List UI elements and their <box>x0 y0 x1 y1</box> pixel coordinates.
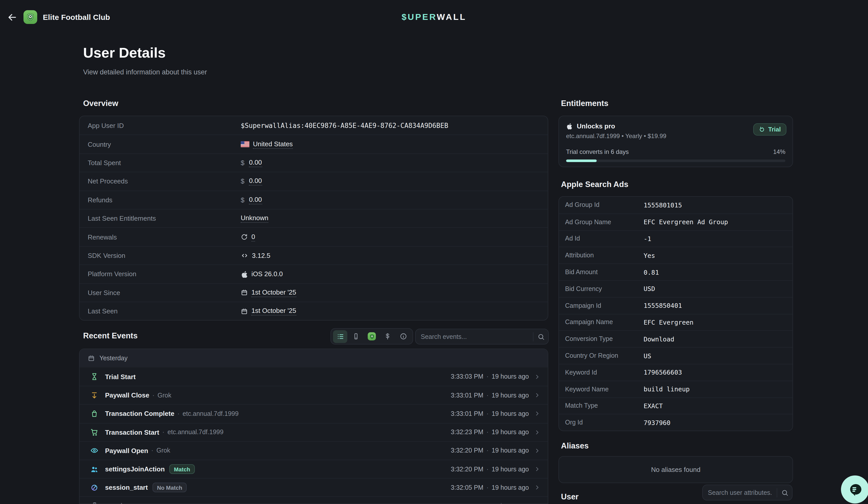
user-attributes-search <box>702 485 793 501</box>
user-since-value[interactable]: 1st October '25 <box>251 288 296 297</box>
bag-icon <box>90 410 99 418</box>
users-icon <box>90 465 99 473</box>
top-bar: Elite Football Club $UPERWALL <box>0 0 868 34</box>
event-row-settings-join-action[interactable]: settingsJoinAction Match 3:32:20 PM·19 h… <box>80 460 548 478</box>
event-row-transaction-complete[interactable]: Transaction Complete etc.annual.7df.1999… <box>80 405 548 423</box>
apple-icon <box>566 123 573 129</box>
sdk-version-value: 3.12.5 <box>252 252 270 259</box>
table-row: Refunds $0.00 <box>80 190 548 209</box>
table-row: Last Seen Entitlements Unknown <box>80 209 548 228</box>
events-search <box>415 329 549 345</box>
page-title: User Details <box>83 45 166 61</box>
entitlements-heading: Entitlements <box>561 99 608 108</box>
event-row-paywall-open[interactable]: Paywall Open Grok 3:32:20 PM·19 hours ag… <box>80 441 548 460</box>
chevron-right-icon <box>534 429 540 435</box>
eye-icon <box>90 447 99 455</box>
info-view-button[interactable] <box>396 330 411 343</box>
events-list: Yesterday Trial Start 3:33:03 PM·19 hour… <box>79 349 548 504</box>
table-row: Country United States <box>80 135 548 154</box>
dollar-icon: $ <box>241 159 244 167</box>
table-row: Bid Amount0.81 <box>559 263 793 280</box>
page: Elite Football Club $UPERWALL User Detai… <box>0 0 868 504</box>
dollar-icon: $ <box>241 178 244 185</box>
calendar-icon <box>88 355 95 362</box>
overview-table: App User ID $SuperwallAlias:40EC9876-A85… <box>79 116 548 321</box>
app-view-button[interactable] <box>365 330 379 343</box>
refresh-icon <box>241 233 248 241</box>
table-row: AttributionYes <box>559 247 793 264</box>
renewals-value[interactable]: 0 <box>251 233 255 241</box>
event-row-trial-start[interactable]: Trial Start 3:33:03 PM·19 hours ago <box>80 367 548 386</box>
overview-heading: Overview <box>83 99 118 108</box>
calendar-icon <box>241 307 248 315</box>
app-user-id-value: $SuperwallAlias:40EC9876-A85E-4AE9-8762-… <box>241 122 539 129</box>
chat-support-button[interactable] <box>841 475 868 504</box>
entitlement-name: Unlocks pro <box>577 122 615 130</box>
last-seen-value[interactable]: 1st October '25 <box>251 307 296 315</box>
table-row: Platform Version iOS 26.0.0 <box>80 264 548 283</box>
cart-icon <box>90 428 99 436</box>
trial-percent: 14% <box>773 148 785 155</box>
aliases-heading: Aliases <box>561 441 589 451</box>
event-row-paywall-close[interactable]: Paywall Close Grok 3:33:01 PM·19 hours a… <box>80 386 548 404</box>
table-row: Campaign NameEFC Evergreen <box>559 314 793 330</box>
device-icon <box>90 502 99 504</box>
calendar-icon <box>241 289 248 296</box>
table-row: Last Seen 1st October '25 <box>80 302 548 320</box>
table-row: Bid CurrencyUSD <box>559 280 793 297</box>
table-row: Org Id7937960 <box>559 414 793 431</box>
event-row-session-start-lower[interactable]: session_start No Match 3:32:05 PM·19 hou… <box>80 478 548 496</box>
device-view-button[interactable] <box>349 330 363 343</box>
page-subtitle: View detailed information about this use… <box>83 68 207 76</box>
events-view-switcher <box>330 328 413 345</box>
table-row: Ad Group NameEFC Evergreen Ad Group <box>559 213 793 230</box>
session-swirl-icon <box>90 483 99 492</box>
timer-icon <box>759 126 765 133</box>
chevron-right-icon <box>534 373 540 380</box>
apple-icon <box>241 271 248 278</box>
table-row: Conversion TypeDownload <box>559 330 793 347</box>
table-row: Keyword Id1796566603 <box>559 364 793 381</box>
user-heading: User <box>561 492 579 502</box>
chevron-right-icon <box>534 466 540 472</box>
chevron-right-icon <box>534 392 540 399</box>
events-date-header: Yesterday <box>80 349 548 367</box>
platform-version-value: iOS 26.0.0 <box>251 270 283 278</box>
event-row-transaction-start[interactable]: Transaction Start etc.annual.7df.1999 3:… <box>80 423 548 441</box>
event-row-session-start[interactable]: Session Start 3:32:05 PM·19 hours ago <box>80 497 548 504</box>
match-badge: Match <box>169 464 195 474</box>
table-row: Ad Group Id1555801015 <box>559 197 793 213</box>
list-view-button[interactable] <box>333 330 347 343</box>
last-seen-entitlements-value[interactable]: Unknown <box>241 214 268 223</box>
hourglass-icon <box>90 372 99 381</box>
code-icon <box>241 252 248 259</box>
chevron-right-icon <box>534 503 540 504</box>
table-row: App User ID $SuperwallAlias:40EC9876-A85… <box>80 116 548 135</box>
total-spent-value[interactable]: 0.00 <box>249 158 262 167</box>
table-row: Keyword Namebuild lineup <box>559 381 793 398</box>
entitlement-card: Unlocks pro etc.annual.7df.1999 • Yearly… <box>558 116 793 167</box>
table-row: Country Or RegionUS <box>559 347 793 364</box>
events-search-input[interactable] <box>416 333 533 340</box>
refunds-value[interactable]: 0.00 <box>249 196 262 204</box>
revenue-view-button[interactable] <box>381 330 395 343</box>
paywall-close-icon <box>90 391 99 400</box>
us-flag-icon <box>241 141 249 147</box>
user-attributes-search-input[interactable] <box>703 489 777 496</box>
apple-search-ads-heading: Apple Search Ads <box>561 180 628 189</box>
search-icon[interactable] <box>777 488 792 497</box>
search-icon[interactable] <box>533 332 548 341</box>
table-row: Ad Id-1 <box>559 230 793 247</box>
dollar-icon: $ <box>241 196 244 204</box>
table-row: Net Proceeds $0.00 <box>80 172 548 190</box>
no-match-badge: No Match <box>153 483 187 492</box>
chevron-right-icon <box>534 448 540 454</box>
table-row: Match TypeEXACT <box>559 397 793 414</box>
app-mini-icon <box>368 332 376 340</box>
country-value[interactable]: United States <box>253 140 293 149</box>
chevron-right-icon <box>534 410 540 417</box>
net-proceeds-value[interactable]: 0.00 <box>249 177 262 186</box>
table-row: Renewals 0 <box>80 228 548 246</box>
trial-badge: Trial <box>754 123 786 136</box>
superwall-logo: $UPERWALL <box>0 12 868 22</box>
